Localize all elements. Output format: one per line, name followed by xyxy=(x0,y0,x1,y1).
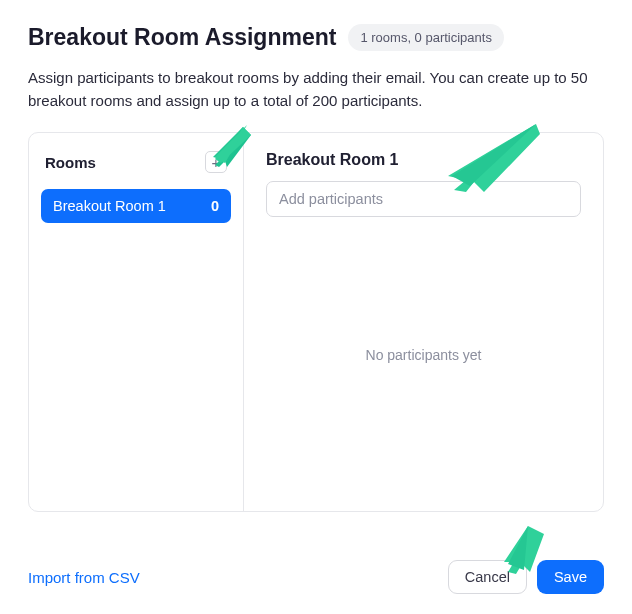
assignment-panel: Rooms + Breakout Room 1 0 Breakout Room … xyxy=(28,132,604,512)
page-description: Assign participants to breakout rooms by… xyxy=(28,67,604,112)
add-room-button[interactable]: + xyxy=(205,151,227,173)
rooms-heading: Rooms xyxy=(45,154,96,171)
participants-area: No participants yet xyxy=(266,217,581,493)
room-title: Breakout Room 1 xyxy=(266,151,581,169)
room-detail: Breakout Room 1 No participants yet xyxy=(244,133,603,511)
room-item[interactable]: Breakout Room 1 0 xyxy=(41,189,231,223)
page-title: Breakout Room Assignment xyxy=(28,24,336,51)
room-item-count: 0 xyxy=(211,198,219,214)
cancel-button[interactable]: Cancel xyxy=(448,560,527,594)
save-button[interactable]: Save xyxy=(537,560,604,594)
empty-participants-text: No participants yet xyxy=(366,347,482,363)
room-item-name: Breakout Room 1 xyxy=(53,198,166,214)
status-badge: 1 rooms, 0 participants xyxy=(348,24,504,51)
add-participants-input[interactable] xyxy=(266,181,581,217)
import-csv-link[interactable]: Import from CSV xyxy=(28,569,140,586)
rooms-sidebar: Rooms + Breakout Room 1 0 xyxy=(29,133,244,511)
